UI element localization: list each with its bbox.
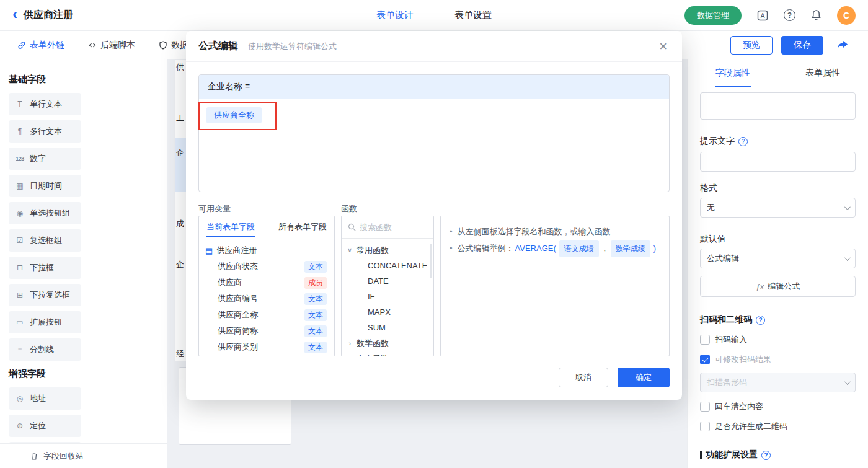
function-search[interactable] [342,216,433,239]
checkbox-icon [700,402,710,412]
field-label-partial: 工 [176,113,184,124]
svg-text:A: A [761,12,765,19]
variables-tree: ▤ 供应商注册 供应商状态 文本 供应商 成员 供应商编号 文本 供应商全称 [199,237,334,356]
field-type-item[interactable]: ⊕ 定位 [9,415,81,437]
field-type-item[interactable]: ☑ 复选框组 [9,229,81,252]
field-type-item[interactable]: ▦ 日期时间 [9,175,81,197]
hint-help-icon[interactable]: ? [738,137,748,146]
function-search-input[interactable] [360,223,422,232]
save-button[interactable]: 保存 [781,36,823,55]
field-type-label: 多行文本 [30,126,62,137]
function-item[interactable]: ∨ 常用函数 [347,242,428,258]
example-function-open: AVERAGE( [515,241,556,257]
hint-text-input[interactable] [700,152,856,172]
field-type-badge: 文本 [304,342,327,353]
field-type-item[interactable]: 123 数字 [9,148,81,170]
scan-input-checkbox[interactable]: 扫码输入 [700,334,856,345]
tree-chevron-icon: ∨ [347,246,353,254]
scrollbar-thumb[interactable] [430,244,432,278]
variable-field-item[interactable]: 供应商全称 文本 [205,307,327,323]
tree-chevron-icon: › [347,340,353,347]
scan-help-icon[interactable]: ? [756,316,765,325]
data-manage-button[interactable]: 数据管理 [684,6,742,25]
field-type-badge: 文本 [304,325,327,337]
function-item[interactable]: IF [347,289,428,304]
share-icon[interactable] [837,40,848,50]
variable-field-item[interactable]: 供应商简称 文本 [205,323,327,339]
bullet-icon: • [450,241,453,257]
field-type-item[interactable]: ⊟ 下拉框 [9,257,81,279]
modify-scan-result-checkbox[interactable]: 可修改扫码结果 [700,354,856,365]
field-type-item[interactable]: ¶ 多行文本 [9,120,81,143]
function-item[interactable]: DATE [347,273,428,289]
function-list: ∨ 常用函数 CONCATENATE DATE IF MAPX SUM [342,239,433,356]
palette-section: 基础字段 T 单行文本 ¶ 多行文本 123 数字 ▦ [9,74,158,361]
toolbar-link-label: 表单外链 [30,40,64,51]
cancel-button[interactable]: 取消 [559,368,608,387]
variable-field-item[interactable]: 供应商状态 文本 [205,258,327,275]
field-type-item[interactable]: T 单行文本 [9,93,81,115]
function-item[interactable]: CONCATENATE [347,258,428,273]
example-separator: ， [601,241,609,257]
tab-all-form-fields[interactable]: 所有表单字段 [278,216,327,237]
field-type-label: 单选按钮组 [30,208,70,219]
tab-form-settings[interactable]: 表单设置 [454,9,492,21]
function-item[interactable]: › 文本函数 [347,351,428,356]
checkbox-icon [700,422,710,431]
function-item[interactable]: SUM [347,320,428,335]
preview-button[interactable]: 预览 [730,36,773,55]
variable-field-item[interactable]: 供应商 成员 [205,275,327,291]
functions-panel: ∨ 常用函数 CONCATENATE DATE IF MAPX SUM [341,216,434,356]
formula-body[interactable]: 供应商全称 [199,99,669,132]
default-value-select[interactable]: 公式编辑 [700,249,856,268]
field-type-label: 定位 [30,420,46,431]
variable-field-item[interactable]: 供应商类别 文本 [205,339,327,355]
toolbar-backend-script[interactable]: 后端脚本 [88,40,135,51]
form-doc-icon: ▤ [205,246,213,255]
field-type-icon: T [14,100,25,108]
function-item[interactable]: › 数学函数 [347,335,428,351]
functions-label: 函数 [341,203,357,214]
title-input[interactable] [700,92,856,120]
field-type-label: 下拉复选框 [30,289,70,301]
field-recycle-bin[interactable]: 字段回收站 [0,443,167,468]
field-type-badge: 成员 [304,277,327,289]
tab-form-design[interactable]: 表单设计 [376,9,414,21]
field-type-item[interactable]: ⊞ 下拉复选框 [9,284,81,306]
toolbar-form-external-link[interactable]: 表单外链 [17,40,64,51]
confirm-button[interactable]: 确定 [618,368,670,387]
modal-subtitle: 使用数学运算符编辑公式 [248,41,337,52]
barcode-select[interactable]: 扫描条形码 [700,373,856,392]
generate-qr-checkbox[interactable]: 是否允许生成二维码 [700,421,856,432]
variable-field-item[interactable]: 供应商编号 文本 [205,291,327,307]
translate-icon[interactable]: A [756,9,769,22]
field-type-item[interactable]: ◉ 单选按钮组 [9,202,81,224]
avatar[interactable]: C [837,6,856,25]
formula-help-panel: • 从左侧面板选择字段名和函数，或输入函数 • 公式编辑举例： AVERAGE(… [440,216,670,356]
format-select[interactable]: 无 [700,198,856,218]
formula-edit-modal: 公式编辑 使用数学运算符编辑公式 × 企业名称 = 供应商全称 可用变量 函数 … [186,31,682,400]
chevron-down-icon [844,255,851,261]
formula-editor[interactable]: 企业名称 = 供应商全称 [198,74,670,192]
formula-field-chip[interactable]: 供应商全称 [206,107,262,123]
extension-help-icon[interactable]: ? [761,451,771,460]
help-icon[interactable]: ? [784,9,795,21]
function-item[interactable]: MAPX [347,304,428,320]
checkbox-icon [700,335,710,345]
edit-formula-button[interactable]: ƒx 编辑公式 [700,276,856,297]
tab-field-properties[interactable]: 字段属性 [688,59,778,87]
field-type-item[interactable]: ≡ 分割线 [9,338,81,361]
chevron-down-icon [844,204,851,210]
back-icon[interactable]: ‹ [12,7,17,22]
field-type-item[interactable]: ◎ 地址 [9,387,81,410]
enter-clear-checkbox[interactable]: 回车清空内容 [700,401,856,412]
help-line-2: • 公式编辑举例： AVERAGE( 语文成绩 ， 数学成绩 ) [450,240,660,257]
field-type-item[interactable]: ▭ 扩展按钮 [9,311,81,333]
tree-root-item[interactable]: ▤ 供应商注册 [205,242,327,258]
tab-form-properties[interactable]: 表单属性 [778,59,868,87]
close-icon[interactable]: × [659,40,667,53]
tab-current-form-fields[interactable]: 当前表单字段 [206,216,255,237]
section-bar-icon [700,451,702,459]
bell-icon[interactable] [810,9,822,21]
modal-footer: 取消 确定 [559,368,670,387]
